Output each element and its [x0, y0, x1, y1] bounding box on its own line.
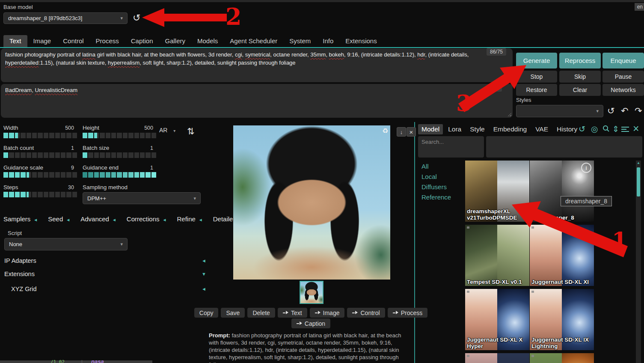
model-card[interactable]: dreamshaperXL v21TurboDPMSDE — [465, 161, 529, 222]
model-card[interactable] — [465, 353, 529, 363]
accordion-seed[interactable]: Seed◄ — [48, 215, 70, 223]
reprocess-button[interactable]: Reprocess — [559, 53, 601, 68]
delete-button[interactable]: Delete — [247, 308, 275, 318]
networks-tab-history[interactable]: History — [553, 124, 581, 134]
accordion-corrections[interactable]: Corrections◄ — [127, 215, 167, 223]
pause-button[interactable]: Pause — [602, 71, 644, 83]
param-slider-height[interactable] — [83, 133, 156, 138]
tab-extensions[interactable]: Extensions — [339, 35, 383, 47]
restore-button[interactable]: Restore — [516, 84, 557, 96]
networks-refresh-icon[interactable]: ↺ — [579, 125, 585, 133]
skip-button[interactable]: Skip — [559, 71, 601, 83]
slider-segment — [117, 172, 122, 178]
networks-tab-embedding[interactable]: Embedding — [490, 124, 530, 134]
param-slider-batch-count[interactable] — [3, 152, 77, 158]
tab-models[interactable]: Models — [191, 35, 224, 47]
model-card-label: Juggernaut SD-XL XI — [531, 279, 592, 285]
card-type-chip — [467, 226, 469, 229]
model-card[interactable]: idreamshaper_8 — [530, 161, 594, 222]
scrollbar[interactable]: ▲ — [636, 161, 641, 363]
base-model-value: dreamshaper_8 [879db523c3] — [8, 15, 82, 21]
generate-button[interactable]: Generate — [516, 53, 557, 68]
tab-caption[interactable]: Caption — [125, 35, 159, 47]
slider-segment — [72, 192, 77, 197]
sampling-method-select[interactable]: DPM++ ▾ — [83, 192, 201, 204]
close-image-button[interactable]: × — [407, 127, 416, 137]
param-slider-width[interactable] — [3, 133, 77, 138]
search-icon[interactable] — [602, 125, 610, 134]
view-list-icon[interactable] — [621, 127, 629, 132]
gallery-thumbnail[interactable] — [300, 281, 323, 304]
styles-refresh-icon[interactable]: ↺ — [607, 106, 615, 115]
language-badge[interactable]: en — [635, 3, 644, 11]
download-image-button[interactable]: ↓ — [397, 127, 406, 137]
enqueue-button[interactable]: Enqueue — [602, 53, 644, 68]
copy-button[interactable]: Copy — [194, 308, 219, 318]
undo-icon[interactable]: ↶ — [621, 106, 629, 115]
accordion-samplers[interactable]: Samplers◄ — [3, 215, 38, 223]
stop-button[interactable]: Stop — [516, 71, 557, 83]
slider-segment — [15, 172, 20, 178]
model-card[interactable]: Juggernaut SD-XL XI — [530, 225, 594, 286]
script-select[interactable]: None ▾ — [4, 238, 128, 250]
scroll-up-icon[interactable]: ▲ — [637, 161, 640, 165]
refresh-model-icon[interactable]: ↺ — [133, 13, 140, 23]
accordion-refine[interactable]: Refine◄ — [177, 215, 202, 223]
panel-extensions[interactable]: Extensions▼ — [4, 271, 35, 277]
prompt-input[interactable]: fashion photography portrait of latina g… — [1, 48, 513, 82]
save-button[interactable]: Save — [221, 308, 245, 318]
networks-description-input[interactable] — [486, 136, 642, 158]
networks-tab-vae[interactable]: VAE — [532, 124, 552, 134]
collapsed-arrow-icon: ◄ — [202, 286, 206, 292]
negative-prompt-input[interactable]: BadDream, UnrealisticDream — [1, 84, 513, 118]
networks-tab-lora[interactable]: Lora — [445, 124, 465, 134]
accordion-advanced[interactable]: Advanced◄ — [80, 215, 116, 223]
category-diffusers[interactable]: Diffusers — [421, 183, 451, 190]
model-card[interactable]: Tempest SD-XL v0.1 — [465, 225, 529, 286]
send-to-image-button[interactable]: Image — [310, 308, 345, 318]
panel-xyz-grid[interactable]: XYZ Grid◄ — [11, 286, 37, 292]
styles-select[interactable]: ▾ — [516, 105, 603, 117]
param-slider-guidance-end[interactable] — [83, 172, 156, 178]
send-to-process-button[interactable]: Process — [388, 308, 428, 318]
networks-search-input[interactable] — [418, 136, 484, 158]
model-card[interactable]: Juggernaut SD-XL X Hyper — [465, 289, 529, 350]
model-card[interactable]: Juggernaut SD-XL IX Lightning — [530, 289, 594, 350]
category-reference[interactable]: Reference — [421, 193, 451, 201]
networks-button[interactable]: Networks — [602, 84, 644, 96]
swap-dimensions-icon[interactable]: ⇅ — [187, 127, 195, 136]
send-to-text-button[interactable]: Text — [278, 308, 307, 318]
sort-icon[interactable]: ⇕ — [612, 125, 619, 133]
send-to-caption-button[interactable]: Caption — [291, 318, 330, 328]
redo-icon[interactable]: ↷ — [635, 106, 642, 115]
slider-segment — [123, 152, 128, 158]
base-model-select[interactable]: dreamshaper_8 [879db523c3] ▾ — [3, 12, 128, 24]
networks-scan-icon[interactable]: ◎ — [591, 125, 598, 133]
info-icon[interactable]: i — [581, 163, 591, 173]
send-to-control-button[interactable]: Control — [347, 308, 385, 318]
networks-tab-style[interactable]: Style — [466, 124, 488, 134]
tab-agent-scheduler[interactable]: Agent Scheduler — [224, 35, 283, 47]
model-card[interactable] — [530, 353, 594, 363]
networks-tab-model[interactable]: Model — [418, 124, 443, 134]
panel-ip-adapters[interactable]: IP Adapters◄ — [4, 257, 36, 264]
tab-process[interactable]: Process — [90, 35, 125, 47]
tab-image[interactable]: Image — [27, 35, 57, 47]
param-slider-steps[interactable] — [3, 192, 77, 197]
category-all[interactable]: All — [421, 163, 451, 170]
tab-gallery[interactable]: Gallery — [159, 35, 191, 47]
close-icon[interactable]: × — [633, 123, 639, 134]
scrollbar-thumb[interactable] — [637, 167, 640, 196]
generated-image-preview[interactable] — [233, 125, 390, 280]
tab-info[interactable]: Info — [317, 35, 339, 47]
aspect-ratio-select[interactable]: AR ▾ — [159, 127, 175, 134]
param-slider-batch-size[interactable] — [83, 152, 156, 158]
tab-control[interactable]: Control — [57, 35, 89, 47]
slider-segment — [55, 133, 60, 138]
tab-system[interactable]: System — [283, 35, 317, 47]
param-slider-guidance-scale[interactable] — [3, 172, 77, 178]
clear-button[interactable]: Clear — [559, 84, 601, 96]
tab-text[interactable]: Text — [3, 35, 27, 47]
category-local[interactable]: Local — [421, 173, 451, 180]
recycle-icon[interactable]: ♻ — [382, 127, 388, 135]
